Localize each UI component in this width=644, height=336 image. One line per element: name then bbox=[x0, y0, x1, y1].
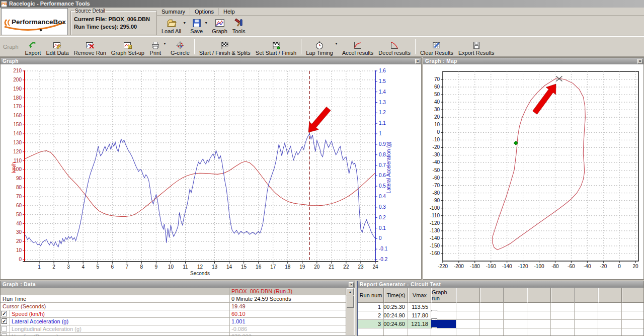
report-cell-empty[interactable] bbox=[480, 328, 504, 335]
tools-button[interactable]: Tools bbox=[230, 17, 248, 35]
svg-text:0.7: 0.7 bbox=[379, 162, 386, 168]
g-circle-label: G-circle bbox=[171, 50, 190, 56]
report-cell-run2-col6[interactable] bbox=[504, 311, 527, 320]
report-cell-run3-col10[interactable] bbox=[598, 320, 622, 328]
data-panel-scrollbar[interactable]: ▲ bbox=[346, 288, 354, 335]
scroll-up-icon[interactable]: ▲ bbox=[347, 288, 354, 295]
svg-text:2: 2 bbox=[52, 264, 55, 270]
svg-text:-200: -200 bbox=[454, 264, 464, 269]
report-cell-run1-col8[interactable] bbox=[551, 303, 575, 311]
report-cell-run2-col2[interactable]: 117.80 bbox=[408, 311, 431, 320]
speed-lateral-graph[interactable]: 0102030405060708090100110120130140150160… bbox=[1, 64, 421, 280]
checkbox-heading-degrees[interactable] bbox=[2, 333, 7, 335]
menu-options[interactable]: Options bbox=[190, 8, 219, 15]
report-cell-run1-col9[interactable] bbox=[575, 303, 598, 311]
report-cell-run2-col4[interactable] bbox=[456, 311, 480, 320]
lap-timing-dropdown-icon[interactable]: ▼ bbox=[335, 42, 339, 45]
graph-cursor-arrow bbox=[308, 107, 331, 132]
report-cell-empty[interactable] bbox=[456, 328, 480, 335]
report-cell-run2-col7[interactable] bbox=[527, 311, 551, 320]
report-cell-run3-col4[interactable] bbox=[456, 320, 480, 328]
report-cell-empty[interactable] bbox=[504, 328, 527, 335]
svg-text:1.4: 1.4 bbox=[379, 89, 386, 95]
graph-run-icon-run2[interactable] bbox=[431, 311, 456, 320]
report-cell-run2-col9[interactable] bbox=[575, 311, 598, 320]
column-header-empty bbox=[504, 288, 527, 303]
report-cell-run1-col4[interactable] bbox=[456, 303, 480, 311]
scrollbar-thumb[interactable] bbox=[347, 296, 354, 308]
data-panel-close-icon[interactable]: × bbox=[349, 282, 354, 287]
report-cell-empty[interactable] bbox=[551, 328, 575, 335]
report-cell-run1-col10[interactable] bbox=[598, 303, 622, 311]
report-cell-run2-col10[interactable] bbox=[598, 311, 622, 320]
report-cell-empty[interactable] bbox=[384, 328, 408, 335]
load-all-dropdown-icon[interactable]: ▼ bbox=[183, 21, 187, 25]
save-dropdown-icon[interactable]: ▼ bbox=[204, 21, 209, 25]
report-cell-run3-col9[interactable] bbox=[575, 320, 598, 328]
report-cell-run3-col2[interactable]: 121.18 bbox=[408, 320, 431, 328]
lap-timing-button[interactable]: Lap Timing bbox=[303, 37, 336, 56]
report-cell-run3-col5[interactable] bbox=[480, 320, 504, 328]
checkbox-speed-km-h[interactable]: ✓ bbox=[2, 311, 7, 316]
report-cell-run2-col5[interactable] bbox=[480, 311, 504, 320]
track-map[interactable]: -160-150-140-130-120-110-100-90-80-70-60… bbox=[423, 64, 643, 280]
start-finish-splits-button[interactable]: Start / Finish & Splits bbox=[197, 37, 253, 56]
report-cell-run2-col11[interactable] bbox=[622, 311, 643, 320]
report-cell-empty[interactable] bbox=[431, 328, 456, 335]
report-cell-run2-col1[interactable]: 00:24.90 bbox=[384, 311, 408, 320]
current-file-label: Current File: PBOX_006.DBN bbox=[74, 16, 153, 22]
report-cell-run3-col0[interactable]: 3 bbox=[358, 320, 384, 328]
report-cell-empty[interactable] bbox=[622, 328, 643, 335]
report-panel-header: Report Generator - Circuit Test bbox=[358, 281, 643, 288]
report-cell-empty[interactable] bbox=[598, 328, 622, 335]
clear-results-button[interactable]: Clear Results bbox=[418, 37, 456, 56]
column-header-empty bbox=[575, 288, 598, 303]
report-cell-run1-col1[interactable]: 00:25.30 bbox=[384, 303, 408, 311]
report-cell-run1-col11[interactable] bbox=[622, 303, 643, 311]
report-cell-empty[interactable] bbox=[575, 328, 598, 335]
export-results-button[interactable]: Export Results bbox=[456, 37, 497, 56]
print-dropdown-icon[interactable]: ▼ bbox=[163, 42, 168, 45]
report-cell-run2-col0[interactable]: 2 bbox=[358, 311, 384, 320]
menu-help[interactable]: Help bbox=[219, 8, 239, 15]
report-cell-run1-col6[interactable] bbox=[504, 303, 527, 311]
export-button[interactable]: Export bbox=[23, 37, 44, 56]
save-button[interactable]: Save bbox=[188, 17, 205, 35]
report-cell-run1-col5[interactable] bbox=[480, 303, 504, 311]
print-button[interactable]: Print bbox=[147, 37, 164, 56]
graph-run-icon-run1[interactable] bbox=[431, 303, 456, 311]
report-cell-empty[interactable] bbox=[527, 328, 551, 335]
toolbar-separator bbox=[194, 39, 195, 54]
graph-panel-close-icon[interactable]: × bbox=[415, 59, 420, 64]
report-cell-run2-col8[interactable] bbox=[551, 311, 575, 320]
report-cell-run3-col8[interactable] bbox=[551, 320, 575, 328]
report-cell-run1-col7[interactable] bbox=[527, 303, 551, 311]
remove-run-button[interactable]: Remove Run bbox=[71, 37, 109, 56]
report-cell-run3-col1[interactable]: 00:24.60 bbox=[384, 320, 408, 328]
report-cell-run3-col7[interactable] bbox=[527, 320, 551, 328]
export-label: Export bbox=[25, 50, 41, 56]
edit-data-button[interactable]: Edit Data bbox=[43, 37, 71, 56]
checkbox-longitudinal-acceleration-g[interactable] bbox=[2, 326, 7, 331]
report-cell-run1-col0[interactable]: 1 bbox=[358, 303, 384, 311]
checkbox-lateral-acceleration-g[interactable]: ✓ bbox=[2, 318, 7, 324]
column-header-empty bbox=[551, 288, 575, 303]
menu-summary[interactable]: Summary bbox=[157, 8, 190, 15]
report-cell-run1-col2[interactable]: 113.55 bbox=[408, 303, 431, 311]
report-cell-run3-col11[interactable] bbox=[622, 320, 643, 328]
svg-text:17: 17 bbox=[270, 264, 276, 270]
accel-results-button[interactable]: Accel results bbox=[340, 37, 376, 56]
decel-results-button[interactable]: Decel results bbox=[376, 37, 413, 56]
report-cell-empty[interactable] bbox=[358, 328, 384, 335]
data-value: 60.10 bbox=[231, 311, 246, 317]
svg-text:22: 22 bbox=[343, 264, 349, 270]
report-cell-empty[interactable] bbox=[408, 328, 431, 335]
g-circle-button[interactable]: G-circle bbox=[168, 37, 192, 56]
report-cell-run3-col6[interactable] bbox=[504, 320, 527, 328]
graph-run-icon-run3[interactable] bbox=[431, 320, 456, 328]
set-start-finish-button[interactable]: Set Start / Finish bbox=[253, 37, 299, 56]
load-all-button[interactable]: Load All bbox=[159, 17, 184, 35]
graph-set-up-button[interactable]: KGraph Set-up bbox=[109, 37, 147, 56]
map-panel-close-icon[interactable]: × bbox=[637, 59, 642, 64]
graph-button[interactable]: Graph bbox=[209, 17, 230, 35]
